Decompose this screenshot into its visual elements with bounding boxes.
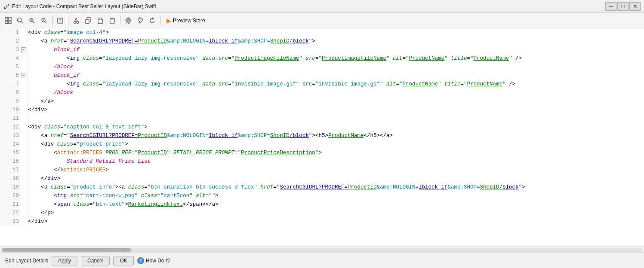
table-row: 7 <img class="lazyload lazy img-responsi… (0, 80, 644, 88)
svg-rect-20 (99, 18, 102, 20)
line-number: 9 (0, 97, 19, 106)
table-row: 13 <a href="SearchCGIURL?PRODREF=Product… (0, 131, 644, 140)
svg-rect-0 (5, 18, 8, 20)
horizontal-scrollbar[interactable] (0, 247, 644, 253)
fold-button[interactable]: − (21, 73, 26, 78)
fold-button[interactable]: − (21, 47, 26, 52)
code-line[interactable]: <img src="cart-icon-w.png" class="cartIc… (28, 192, 644, 200)
code-line[interactable]: <div class="product-price"> (28, 140, 644, 149)
line-number: 17 (0, 166, 19, 174)
line-number: 14 (0, 140, 19, 149)
footer: Edit Layout Details Apply Cancel OK ? Ho… (0, 253, 644, 268)
settings-btn[interactable] (123, 15, 134, 26)
line-number: 18 (0, 174, 19, 183)
code-line[interactable]: </a> (28, 97, 644, 106)
cut-btn[interactable] (71, 15, 82, 26)
maximize-btn[interactable]: □ (617, 2, 629, 11)
edit-details-btn[interactable] (55, 15, 66, 26)
code-line[interactable]: <a href="SearchCGIURL?PRODREF=ProductID&… (28, 131, 644, 140)
code-line[interactable]: </div> (28, 174, 644, 183)
line-number: 7 (0, 80, 19, 88)
editor-container: 1<div class="image col-4">2 <a href="Sea… (0, 28, 644, 253)
table-row: 4 <img class="lazyload lazy img-responsi… (0, 54, 644, 63)
code-line[interactable]: <a href="SearchCGIURL?PRODREF=ProductID&… (28, 37, 644, 46)
scrollbar-track[interactable] (2, 248, 642, 252)
code-line[interactable]: <Actinic:PRICES PROD_REF="ProductID" RET… (28, 149, 644, 157)
toolbar-sep-1 (52, 16, 52, 25)
code-area[interactable]: 1<div class="image col-4">2 <a href="Sea… (0, 28, 644, 247)
ok-button[interactable]: OK (113, 256, 133, 265)
code-line[interactable]: <img class="lazyload lazy img-responsive… (28, 54, 644, 63)
svg-point-22 (127, 19, 129, 21)
code-line[interactable]: <img class="lazyload lazy img-responsive… (28, 80, 644, 88)
line-number: 5 (0, 63, 19, 71)
paste-btn[interactable] (95, 15, 106, 26)
copy-btn[interactable] (83, 15, 94, 26)
cancel-button[interactable]: Cancel (81, 256, 110, 265)
table-row: 18 </div> (0, 174, 644, 183)
svg-line-5 (21, 21, 23, 23)
scrollbar-thumb[interactable] (2, 248, 131, 252)
code-line[interactable]: <span class="btn-text">MarketingLinkText… (28, 200, 644, 209)
footer-label: Edit Layout Details (5, 258, 48, 264)
apply-button[interactable]: Apply (52, 256, 77, 265)
table-row: 11 (0, 114, 644, 123)
svg-point-13 (74, 21, 76, 23)
tools-btn[interactable] (135, 15, 146, 26)
svg-rect-1 (9, 18, 11, 20)
delete-btn[interactable] (107, 15, 118, 26)
help-button[interactable]: ? How Do I? (137, 257, 170, 264)
line-number: 3 (0, 46, 19, 54)
refresh-btn[interactable] (147, 15, 158, 26)
table-row: 19 <p class="product-info"><a class="btn… (0, 183, 644, 192)
toolbar-sep-2 (68, 16, 68, 25)
line-number: 4 (0, 54, 19, 63)
table-row: 20 <img src="cart-icon-w.png" class="car… (0, 192, 644, 200)
code-line[interactable] (28, 114, 644, 123)
code-line[interactable]: </p> (28, 209, 644, 217)
window-title: Edit Layout Code - Compact Best Seller L… (12, 3, 156, 9)
minimize-btn[interactable]: ─ (605, 2, 616, 11)
table-row: 8 /block (0, 88, 644, 97)
line-number: 19 (0, 183, 19, 192)
table-row: 17 </Actinic:PRICES> (0, 166, 644, 174)
code-line[interactable]: block_if (28, 46, 644, 54)
preview-store-btn[interactable]: ▶ Preview Store (163, 15, 209, 26)
code-line[interactable]: Standard Retail Price List (28, 157, 644, 166)
code-line[interactable]: <div class="image col-4"> (28, 28, 644, 37)
code-line[interactable]: /block (28, 88, 644, 97)
code-line[interactable]: </div> (28, 217, 644, 226)
code-line[interactable]: /block (28, 63, 644, 71)
code-line[interactable]: </Actinic:PRICES> (28, 166, 644, 174)
find-prev-btn[interactable] (27, 15, 38, 26)
window-icon: 🖊 (3, 3, 9, 10)
line-number: 2 (0, 37, 19, 46)
svg-point-14 (77, 21, 79, 23)
svg-line-7 (33, 21, 35, 23)
table-row: 5 /block (0, 63, 644, 71)
table-row: 12<div class="caption col-8 text-left"> (0, 123, 644, 131)
svg-rect-10 (58, 18, 63, 23)
code-line[interactable]: <div class="caption col-8 text-left"> (28, 123, 644, 131)
line-number: 22 (0, 209, 19, 217)
toolbar: ▶ Preview Store (0, 13, 644, 28)
line-number: 12 (0, 123, 19, 131)
code-line[interactable]: block_if (28, 71, 644, 80)
table-row: 3− block_if (0, 46, 644, 54)
svg-rect-21 (110, 19, 114, 23)
find-btn[interactable] (15, 15, 26, 26)
svg-rect-18 (86, 19, 89, 24)
code-line[interactable]: <p class="product-info"><a class="btn an… (28, 183, 644, 192)
preview-icon: ▶ (166, 17, 171, 24)
line-number: 23 (0, 217, 19, 226)
find-next-btn[interactable] (39, 15, 50, 26)
table-row: 2 <a href="SearchCGIURL?PRODREF=ProductI… (0, 37, 644, 46)
code-line[interactable]: </div> (28, 106, 644, 114)
select-all-btn[interactable] (3, 15, 14, 26)
svg-point-4 (18, 18, 22, 21)
close-btn[interactable]: ✕ (629, 2, 641, 11)
svg-line-9 (45, 21, 47, 23)
svg-rect-3 (9, 21, 11, 24)
svg-rect-2 (5, 21, 8, 24)
line-number: 11 (0, 114, 19, 123)
